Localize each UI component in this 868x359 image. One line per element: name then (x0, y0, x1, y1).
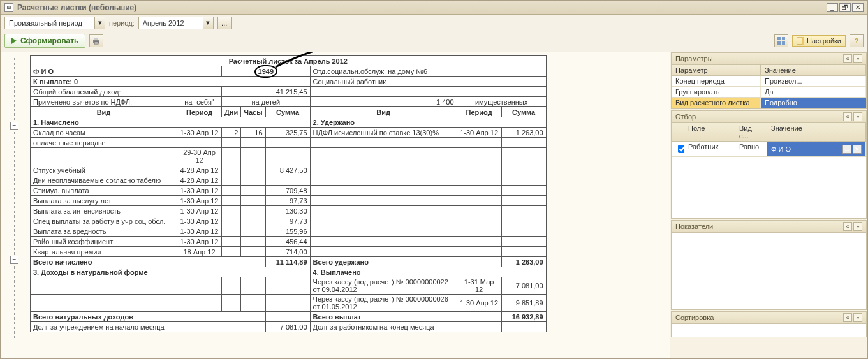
titlebar: ш Расчетные листки (небольшие) _ 🗗 ✕ (1, 1, 867, 15)
deduct-prop: имущественных (457, 97, 546, 107)
app-icon: ш (4, 3, 13, 12)
period-type-combo[interactable]: Произвольный период ▾ (4, 17, 105, 29)
period-picker-button[interactable]: ... (217, 17, 232, 29)
param-row[interactable]: Конец периодаПроизвол... (672, 76, 866, 87)
minimize-button[interactable]: _ (827, 3, 838, 12)
tree-collapse-button[interactable]: − (10, 122, 18, 130)
income-value: 41 215,45 (222, 87, 311, 97)
grid-icon (777, 37, 785, 45)
printer-icon (92, 37, 101, 45)
filter-checkbox[interactable] (678, 145, 684, 153)
filter-row[interactable]: Работник Равно Ф И О ... ✕ (672, 142, 866, 157)
svg-rect-4 (782, 37, 785, 40)
period-value-combo[interactable]: Апрель 2012 ▾ (138, 17, 214, 29)
svg-rect-1 (94, 38, 98, 40)
report-area: Табельный номер Расчетный листок за Апре… (26, 52, 670, 358)
nav-last[interactable]: » (853, 54, 862, 63)
fio-label: Ф И О (31, 66, 222, 77)
help-button[interactable]: ? (850, 34, 864, 47)
section-deducted: 2. Удержано (310, 117, 546, 128)
tab-number: 1949 (258, 68, 274, 75)
print-button[interactable] (89, 34, 103, 47)
panel-icon (797, 37, 804, 45)
accrual-row: Выплата за выслугу лет1-30 Апр 1297,73 (31, 196, 547, 206)
settings-pane: Параметры «» Параметр Значение Конец пер… (670, 52, 867, 358)
accrual-row: Квартальная премия18 Апр 12714,00 (31, 247, 547, 257)
section-paid: 4. Выплачено (310, 267, 546, 277)
chevron-down-icon[interactable]: ▾ (203, 17, 213, 29)
income-label: Общий облагаемый доход: (31, 87, 222, 97)
annotation-arrow-icon (266, 52, 374, 75)
deduct-label: Применено вычетов по НДФЛ: (31, 97, 177, 107)
svg-rect-5 (777, 41, 781, 45)
accrual-row: Выплата за интенсивность1-30 Апр 12130,3… (31, 206, 547, 216)
period-type-value: Произвольный период (5, 19, 94, 27)
sort-panel-title: Сортировка (675, 314, 714, 321)
deduct-child-value: 1 400 (425, 97, 457, 107)
section-accrued: 1. Начислено (31, 117, 311, 128)
form-button[interactable]: Сформировать (4, 34, 85, 48)
chevron-down-icon[interactable]: ▾ (94, 17, 105, 29)
accrual-row: оплаченные периоды: (31, 138, 547, 148)
svg-rect-3 (777, 37, 781, 40)
param-row[interactable]: ГруппироватьДа (672, 87, 866, 98)
period-label: период: (109, 19, 135, 27)
restore-button[interactable]: 🗗 (839, 3, 851, 12)
form-button-label: Сформировать (20, 36, 78, 45)
accrual-row: Стимул. выплата1-30 Апр 12709,48 (31, 186, 547, 196)
accrual-row: Районный коэффициент1-30 Апр 12456,44 (31, 237, 547, 247)
filter-panel-title: Отбор (675, 113, 696, 121)
svg-rect-6 (782, 41, 785, 45)
accrual-row: Оклад по часам1-30 Апр 12216325,75НДФЛ и… (31, 128, 547, 138)
svg-rect-2 (94, 42, 98, 44)
settings-toggle[interactable]: Настройки (792, 35, 846, 47)
deduct-self: на "себя" (177, 97, 222, 107)
params-panel: Параметры «» Параметр Значение Конец пер… (671, 52, 867, 109)
param-row[interactable]: Вид расчетного листкаПодробно (672, 98, 866, 108)
toolbar-period: Произвольный период ▾ период: Апрель 201… (1, 15, 867, 31)
accrual-row: Дни неоплачиваемые согласно табелю4-28 А… (31, 175, 547, 186)
value-picker-button[interactable]: ... (842, 145, 851, 154)
section-natural: 3. Доходы в натуральной форме (31, 267, 311, 277)
period-value: Апрель 2012 (139, 19, 203, 27)
indicators-panel-title: Показатели (675, 223, 713, 230)
position: Социальный работник (310, 77, 546, 87)
accrual-row: Спец выплаты за работу в учр соц обсл.1-… (31, 216, 547, 226)
play-icon (11, 38, 17, 44)
window-title: Расчетные листки (небольшие) (17, 3, 827, 12)
nav-first[interactable]: « (843, 54, 852, 63)
payment-row: Через кассу (под расчет) № 00000000022 о… (31, 277, 547, 295)
tree-collapse-button[interactable]: − (10, 256, 18, 264)
close-button[interactable]: ✕ (852, 3, 864, 12)
accrual-row: Отпуск учебный4-28 Апр 128 427,50 (31, 165, 547, 175)
value-clear-button[interactable]: ✕ (853, 145, 862, 154)
accrual-row: Выплата за вредность1-30 Апр 12155,96 (31, 226, 547, 237)
payslip-table: Расчетный листок за Апрель 2012 Ф И О 19… (30, 55, 547, 332)
payment-row: Через кассу (под расчет) № 00000000026 о… (31, 295, 547, 312)
deduct-child-label: на детей (222, 97, 311, 107)
grid-view-button[interactable] (774, 34, 788, 47)
window: ш Расчетные листки (небольшие) _ 🗗 ✕ Про… (0, 0, 868, 359)
params-panel-title: Параметры (675, 55, 713, 62)
indicators-panel: Показатели «» (671, 220, 867, 310)
outline-gutter: − − (1, 52, 26, 358)
filter-panel: Отбор «» Поле Вид с... Значение Работник… (671, 110, 867, 219)
svg-rect-8 (802, 37, 804, 45)
accrual-row: 29-30 Апр 12 (31, 148, 547, 165)
settings-label: Настройки (807, 37, 841, 45)
toolbar-main: Сформировать Настройки ? (1, 31, 867, 50)
sort-panel: Сортировка «» (671, 311, 867, 337)
